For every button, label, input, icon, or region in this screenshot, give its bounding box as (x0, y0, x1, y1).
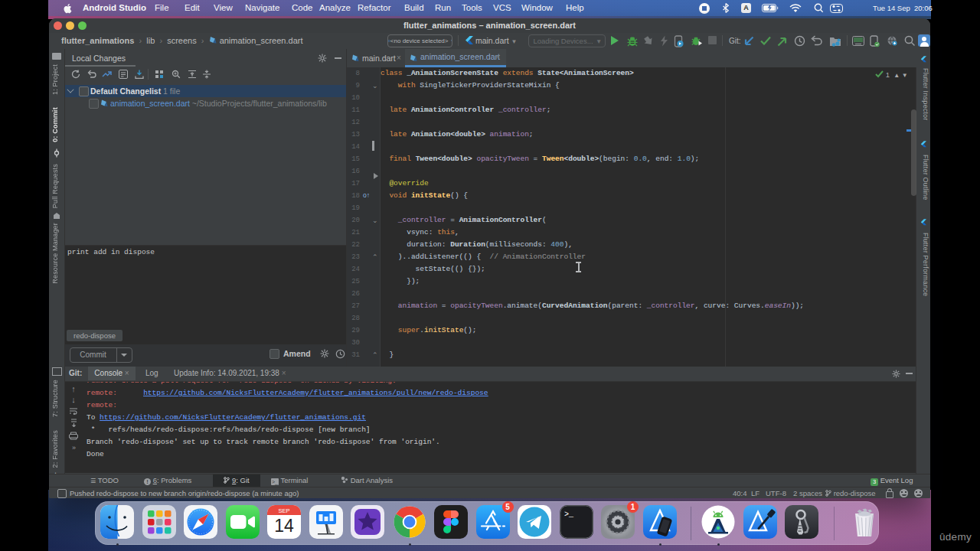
svg-text:>_: >_ (564, 510, 574, 519)
svg-text:SEP: SEP (278, 507, 289, 514)
svg-text:14: 14 (274, 516, 294, 536)
